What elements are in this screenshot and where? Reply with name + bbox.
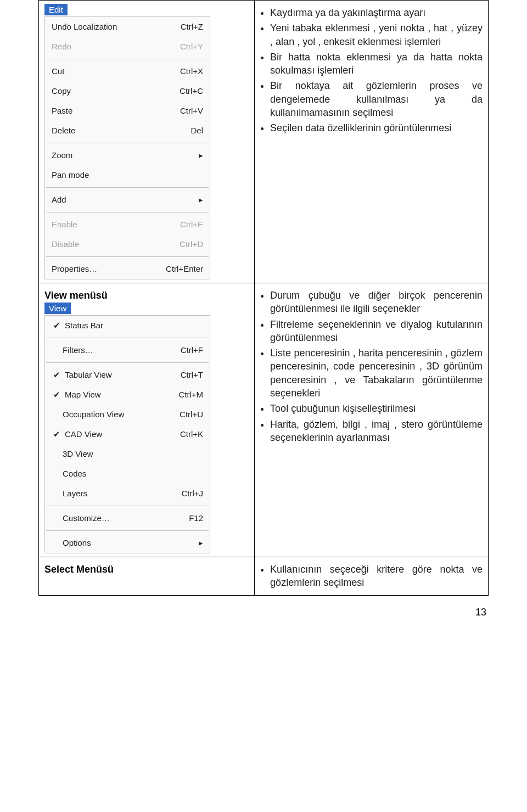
list-item: Bir hatta nokta eklenmesi ya da hatta no… (270, 51, 483, 77)
menu-item-redo[interactable]: RedoCtrl+Y (45, 37, 210, 57)
list-item: Yeni tabaka eklenmesi , yeni nokta , hat… (270, 21, 483, 48)
menu-separator (46, 362, 209, 363)
menu-item-occupation[interactable]: Occupation ViewCtrl+U (45, 405, 210, 424)
list-item: Bir noktaya ait gözlemlerin proses ve de… (270, 79, 483, 119)
menu-separator (46, 338, 209, 338)
menu-item-enable[interactable]: EnableCtrl+E (45, 215, 210, 234)
cell-edit-desc: Kaydırma ya da yakınlaştırma ayarı Yeni … (255, 1, 489, 283)
view-section-title: View menüsü (44, 290, 249, 301)
check-icon: ✔ (52, 387, 61, 402)
menu-item-cut[interactable]: CutCtrl+X (45, 61, 210, 81)
list-item: Seçilen data özelliklerinin görüntülenme… (270, 121, 483, 135)
check-icon: ✔ (52, 367, 61, 383)
menu-item-paste[interactable]: PasteCtrl+V (45, 101, 210, 121)
edit-desc-list: Kaydırma ya da yakınlaştırma ayarı Yeni … (270, 6, 483, 135)
menu-item-zoom[interactable]: Zoom▸ (45, 145, 210, 165)
edit-menu: Undo LocalizationCtrl+Z RedoCtrl+Y CutCt… (44, 16, 210, 279)
menu-separator (46, 256, 209, 257)
menu-item-3d[interactable]: 3D View (45, 444, 210, 464)
chevron-right-icon: ▸ (188, 535, 203, 551)
menu-item-customize[interactable]: Customize…F12 (45, 508, 210, 528)
menu-item-properties[interactable]: Properties…Ctrl+Enter (45, 259, 210, 279)
list-item: Durum çubuğu ve diğer birçok pencerenin … (270, 289, 483, 316)
list-item: Kullanıcının seçeceği kritere göre nokta… (270, 563, 483, 590)
menu-separator (46, 212, 209, 212)
menu-separator (46, 143, 209, 143)
view-menu: ✔Status Bar Filters…Ctrl+F ✔Tabular View… (44, 315, 210, 553)
cell-view-menu: View menüsü View ✔Status Bar Filters…Ctr… (39, 283, 255, 557)
view-menu-header[interactable]: View (44, 303, 71, 314)
menu-separator (46, 506, 209, 506)
menu-item-options[interactable]: Options▸ (45, 533, 210, 553)
menu-item-map[interactable]: ✔Map ViewCtrl+M (45, 385, 210, 405)
menu-item-cad[interactable]: ✔CAD ViewCtrl+K (45, 424, 210, 444)
menu-item-pan[interactable]: Pan mode (45, 165, 210, 185)
menu-item-add[interactable]: Add▸ (45, 190, 210, 210)
menu-separator (46, 187, 209, 188)
cell-select-desc: Kullanıcının seçeceği kritere göre nokta… (255, 557, 489, 596)
check-icon: ✔ (52, 427, 61, 442)
view-desc-list: Durum çubuğu ve diğer birçok pencerenin … (270, 289, 483, 444)
list-item: Kaydırma ya da yakınlaştırma ayarı (270, 6, 483, 19)
menu-item-disable[interactable]: DisableCtrl+D (45, 234, 210, 254)
select-desc-list: Kullanıcının seçeceği kritere göre nokta… (270, 563, 483, 590)
menu-item-statusbar[interactable]: ✔Status Bar (45, 316, 210, 335)
cell-edit-menu: Edit Undo LocalizationCtrl+Z RedoCtrl+Y … (39, 1, 255, 283)
content-table: Edit Undo LocalizationCtrl+Z RedoCtrl+Y … (38, 0, 489, 596)
menu-item-codes[interactable]: Codes (45, 464, 210, 484)
edit-menu-header[interactable]: Edit (44, 4, 68, 15)
cell-select-menu: Select Menüsü (39, 557, 255, 596)
list-item: Filtreleme seçeneklerinin ve diyalog kut… (270, 318, 483, 345)
menu-separator (46, 530, 209, 531)
page-number: 13 (38, 607, 489, 618)
list-item: Harita, gözlem, bilgi , imaj , stero gör… (270, 418, 483, 445)
menu-item-layers[interactable]: LayersCtrl+J (45, 484, 210, 503)
menu-item-copy[interactable]: CopyCtrl+C (45, 81, 210, 101)
menu-item-tabular[interactable]: ✔Tabular ViewCtrl+T (45, 365, 210, 385)
list-item: Tool çubuğunun kişiselleştirilmesi (270, 402, 483, 415)
chevron-right-icon: ▸ (188, 192, 203, 208)
menu-item-undo[interactable]: Undo LocalizationCtrl+Z (45, 17, 210, 37)
select-section-title: Select Menüsü (44, 564, 249, 575)
page: Edit Undo LocalizationCtrl+Z RedoCtrl+Y … (0, 0, 527, 640)
cell-view-desc: Durum çubuğu ve diğer birçok pencerenin … (255, 283, 489, 557)
check-icon: ✔ (52, 318, 61, 333)
menu-separator (46, 59, 209, 59)
menu-item-delete[interactable]: DeleteDel (45, 121, 210, 141)
menu-item-filters[interactable]: Filters…Ctrl+F (45, 340, 210, 360)
chevron-right-icon: ▸ (188, 148, 203, 163)
list-item: Liste penceresinin , harita penceresinin… (270, 346, 483, 400)
